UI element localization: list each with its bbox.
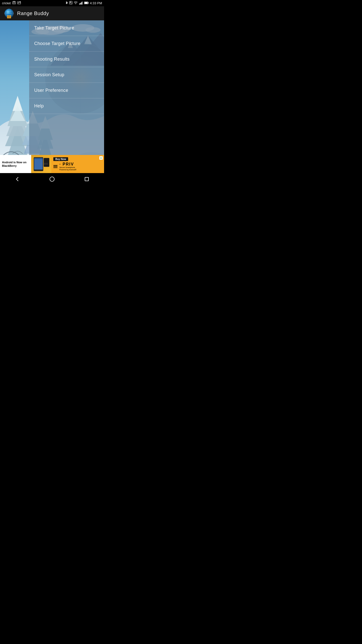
ad-priv-area: Buy Now [51,155,104,173]
app-title: Range Buddy [17,11,49,16]
svg-rect-75 [55,167,55,168]
menu-item-take-target-picture[interactable]: Take Target Picture [29,20,104,36]
recents-button[interactable] [81,173,93,185]
signal-icon [79,1,83,5]
svg-rect-12 [81,2,82,5]
svg-rect-10 [79,4,80,5]
ad-indicator-icon: ▶ [99,156,103,160]
menu-item-session-setup[interactable]: Session Setup [29,67,104,83]
sim-icon [69,1,72,5]
svg-rect-61 [47,163,48,164]
svg-rect-76 [56,167,56,168]
svg-rect-72 [56,166,56,167]
svg-rect-79 [85,177,88,181]
media-notification-icon [17,1,21,5]
svg-rect-64 [46,164,47,165]
app-icon [4,8,14,18]
svg-rect-65 [47,164,48,165]
menu-item-user-preference[interactable]: User Preference [29,83,104,98]
svg-rect-55 [34,158,43,170]
svg-rect-73 [57,166,57,167]
svg-rect-77 [57,167,57,168]
battery-icon [84,1,89,5]
main-content: Take Target Picture Choose Target Pictur… [0,20,104,173]
svg-rect-68 [56,165,56,166]
svg-rect-60 [46,163,47,164]
ad-text: Android is Now on BlackBerry [2,160,29,168]
svg-rect-74 [54,167,54,168]
ad-brand-row: · PRIV Secure SmartphonePowered by Andro… [53,162,76,171]
svg-rect-15 [84,2,87,4]
bluetooth-icon [65,1,68,5]
ad-brand-name: · PRIV Secure SmartphonePowered by Andro… [59,162,76,171]
status-left: cricket [2,1,21,5]
svg-rect-8 [70,2,71,3]
svg-rect-62 [44,164,45,165]
svg-rect-71 [55,166,55,167]
menu-item-shooting-results[interactable]: Shooting Results [29,52,104,67]
wifi-icon [74,1,78,5]
svg-rect-16 [88,2,88,4]
app-bar: Range Buddy [0,6,104,20]
nav-bar [0,173,104,185]
svg-rect-70 [54,166,54,167]
carrier-label: cricket [2,2,11,5]
time-display: 4:33 PM [90,1,102,5]
svg-rect-67 [55,165,55,166]
photo-notification-icon [12,1,16,5]
home-button[interactable] [46,173,58,185]
back-button[interactable] [11,173,23,185]
svg-point-78 [50,177,54,181]
status-bar: cricket [0,0,104,6]
svg-rect-69 [57,165,57,166]
ad-phone-image [31,155,51,173]
ad-text-area: Android is Now on BlackBerry [0,155,31,173]
svg-rect-59 [45,163,46,164]
svg-rect-66 [54,165,54,166]
svg-rect-58 [44,163,45,164]
status-right: 4:33 PM [65,1,102,5]
svg-rect-63 [45,164,46,165]
menu-item-choose-target-picture[interactable]: Choose Target Picture [29,36,104,52]
svg-rect-56 [34,158,43,159]
svg-rect-11 [80,3,81,5]
ad-buy-button[interactable]: Buy Now [53,157,68,161]
menu-item-help[interactable]: Help [29,98,104,114]
ad-banner[interactable]: Android is Now on BlackBerry [0,155,104,173]
svg-rect-13 [82,2,82,5]
context-menu: Take Target Picture Choose Target Pictur… [29,20,104,173]
svg-point-1 [14,2,15,3]
svg-rect-57 [44,158,49,167]
